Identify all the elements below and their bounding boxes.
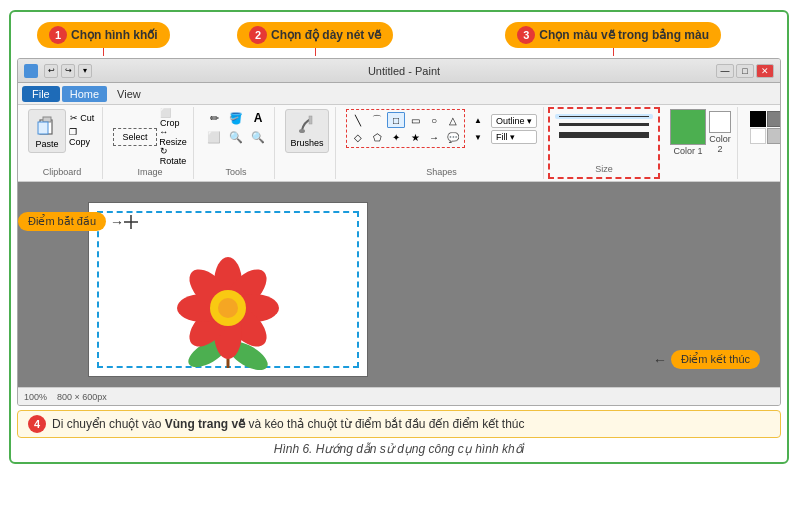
size-status: 800 × 600px [57,392,107,402]
size-line-medium [559,123,649,126]
shapes-dashed-box: ╲ ⌒ □ ▭ ○ △ ◇ ⬠ ✦ ★ [346,109,465,148]
outline-btn[interactable]: Outline ▾ [491,114,537,128]
flower-image [148,208,308,378]
size-label: Size [595,162,613,174]
annotation-row-top: 1 Chọn hình khối 2 Chọn độ dày nét vẽ 3 … [17,18,781,58]
nav-up[interactable]: ▲ [469,112,487,128]
colors-row-bottom [750,128,781,144]
palette-swatch[interactable] [767,128,781,144]
shapes-label: Shapes [426,165,457,177]
palette-swatch[interactable] [750,128,766,144]
text-icon[interactable]: A [248,109,268,127]
win-controls: — □ ✕ [716,64,774,78]
arrow-from-canvas: ← [653,352,667,368]
ann3-text: Chọn màu vẽ trong bảng màu [539,28,709,42]
shape-pentagon[interactable]: ⬠ [368,129,386,145]
shape-arrow[interactable]: → [425,129,443,145]
menu-bar: File Home View [18,83,780,105]
tools-label: Tools [225,165,246,177]
palette-swatch[interactable] [767,111,781,127]
size-line-thin [559,116,649,117]
annotation-1: 1 Chọn hình khối [37,22,170,48]
outline-fill-row: ╲ ⌒ □ ▭ ○ △ ◇ ⬠ ✦ ★ [346,109,537,148]
size-option-1[interactable] [555,114,653,119]
tools-group-inner: ✏ 🪣 A ⬜ 🔍 🔍 [204,109,268,165]
tools-row1: ✏ 🪣 A [204,109,268,127]
size-option-2[interactable] [555,121,653,128]
ann4-num: 4 [28,415,46,433]
nav-down[interactable]: ▼ [469,129,487,145]
size-panel [553,112,655,142]
crop-btn[interactable]: ⬜ Crop [159,109,187,127]
copy-btn[interactable]: ❐ Copy [68,128,96,146]
image-label: Image [137,165,162,177]
color2-swatch[interactable] [709,111,731,133]
menu-file[interactable]: File [22,86,60,102]
end-point-label-wrapper: ← Điểm kết thúc [653,350,760,369]
size-group: Size [548,107,660,179]
outline-fill-col: Outline ▾ Fill ▾ [491,114,537,144]
arrow-to-canvas: → [110,214,124,230]
shape-triangle[interactable]: △ [444,112,462,128]
shape-callout[interactable]: 💬 [444,129,462,145]
menu-view[interactable]: View [109,86,149,102]
resize-btn[interactable]: ↔ Resize [159,128,187,146]
shape-ellipse[interactable]: ○ [425,112,443,128]
paste-icon [35,113,59,137]
ann1-num: 1 [49,26,67,44]
menu-home[interactable]: Home [62,86,107,102]
quick-access: ↩ ↪ ▾ [44,64,92,78]
ribbon: Paste ✂ Cut ❐ Copy Clipboard Select ⬜ Cr… [18,105,780,182]
svg-rect-1 [43,117,51,122]
svg-rect-2 [38,122,48,134]
shape-star5[interactable]: ★ [406,129,424,145]
tools-group: ✏ 🪣 A ⬜ 🔍 🔍 Tools [198,107,275,179]
maximize-btn[interactable]: □ [736,64,754,78]
clipboard-group-inner: Paste ✂ Cut ❐ Copy [28,109,96,165]
shape-roundrect[interactable]: ▭ [406,112,424,128]
shape-rect[interactable]: □ [387,112,405,128]
pencil-icon[interactable]: ✏ [204,109,224,127]
rotate-btn[interactable]: ↻ Rotate [159,147,187,165]
left-panel: Điểm bắt đầu → [18,182,780,387]
image-btns-col: ⬜ Crop ↔ Resize ↻ Rotate [159,109,187,165]
shape-line[interactable]: ╲ [349,112,367,128]
shape-curve[interactable]: ⌒ [368,112,386,128]
fill-icon[interactable]: 🪣 [226,109,246,127]
brushes-btn[interactable]: Brushes [285,109,329,153]
palette-swatch[interactable] [750,111,766,127]
color1-swatch[interactable] [670,109,706,145]
ann2-text: Chọn độ dày nét vẽ [271,28,381,42]
color1-pair: Color 1 [670,109,706,156]
picker-icon[interactable]: 🔍 [226,128,246,146]
fill-btn[interactable]: Fill ▾ [491,130,537,144]
shapes-row2: ◇ ⬠ ✦ ★ → 💬 [349,129,462,145]
figure-caption: Hình 6. Hướng dẫn sử dụng công cụ hình k… [17,442,781,456]
shape-star4[interactable]: ✦ [387,129,405,145]
ann3-line [613,48,614,56]
color2-label: Color 2 [709,134,731,154]
app-icon [24,64,38,78]
shapes-group: ╲ ⌒ □ ▭ ○ △ ◇ ⬠ ✦ ★ [340,107,544,179]
size-option-3[interactable] [555,130,653,140]
bottom-annotation: 4 Di chuyển chuột vào Vùng trang vẽ và k… [17,410,781,438]
zoom-icon[interactable]: 🔍 [248,128,268,146]
eraser-icon[interactable]: ⬜ [204,128,224,146]
dropdown-btn[interactable]: ▾ [78,64,92,78]
svg-point-3 [299,129,305,133]
ann1-text: Chọn hình khối [71,28,158,42]
paste-btn[interactable]: Paste [28,109,66,153]
annotation-2: 2 Chọn độ dày nét vẽ [237,22,393,48]
colors-row-top [750,111,781,127]
brushes-group: Brushes [279,107,336,179]
cut-btn[interactable]: ✂ Cut [68,109,96,127]
close-btn[interactable]: ✕ [756,64,774,78]
ann2-line [315,48,316,56]
window-title: Untitled - Paint [98,65,710,77]
undo-btn[interactable]: ↩ [44,64,58,78]
redo-btn[interactable]: ↪ [61,64,75,78]
select-dashed[interactable]: Select [113,128,157,146]
minimize-btn[interactable]: — [716,64,734,78]
shape-diamond[interactable]: ◇ [349,129,367,145]
shapes-group-inner: ╲ ⌒ □ ▭ ○ △ ◇ ⬠ ✦ ★ [346,109,537,165]
